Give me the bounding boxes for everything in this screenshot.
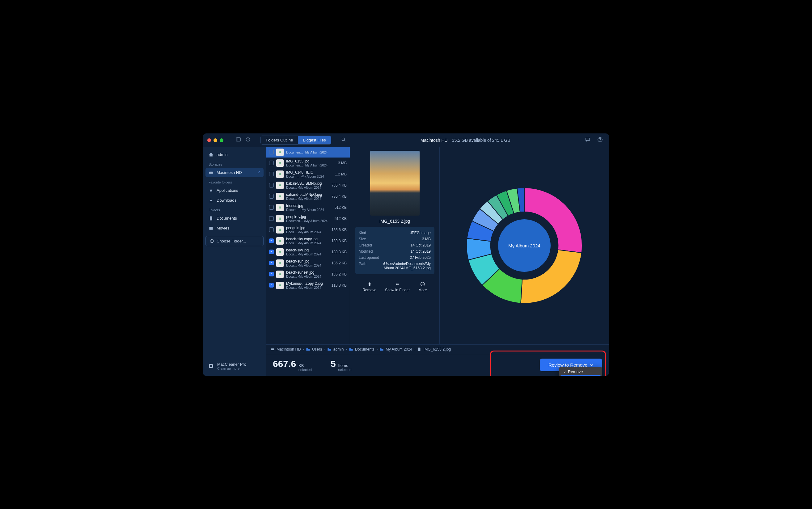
meta-opened-label: Last opened <box>359 256 379 260</box>
folder-icon <box>327 347 331 351</box>
chart-icon[interactable] <box>245 137 251 143</box>
help-icon[interactable] <box>597 137 603 144</box>
svg-rect-0 <box>236 138 241 141</box>
sidebar-downloads[interactable]: Downloads <box>205 196 264 205</box>
sidebar-home[interactable]: admin <box>205 150 264 159</box>
file-row[interactable]: ▦ people-y.jpg Documen… ›My Album 2024 5… <box>266 213 350 224</box>
search-icon[interactable] <box>341 137 346 143</box>
svg-point-6 <box>600 140 600 141</box>
file-checkbox[interactable] <box>269 205 274 210</box>
file-thumb-icon: ▦ <box>276 181 284 189</box>
folder-icon <box>306 347 310 351</box>
file-row[interactable]: ▦ sahand-b…MNpQ.jpg Docu… ›My Album 2024… <box>266 191 350 202</box>
file-thumb-icon: ▦ <box>276 237 284 245</box>
sidebar-storage-macintosh[interactable]: Macintosh HD ✓ <box>205 168 264 177</box>
maccleaner-name: MacCleaner Pro <box>217 362 246 367</box>
file-checkbox[interactable] <box>269 227 274 232</box>
remove-action[interactable]: Remove <box>362 282 376 292</box>
file-size: 1.2 MB <box>335 172 347 176</box>
file-thumb-icon: ▦ <box>276 226 284 234</box>
file-row[interactable]: ▦ IMG_6153.jpg Documen… ›My Album 2024 3… <box>266 158 350 169</box>
file-checkbox[interactable] <box>269 194 274 199</box>
file-checkbox[interactable] <box>269 249 274 254</box>
show-in-finder-action[interactable]: Show in Finder <box>385 282 410 292</box>
file-row[interactable]: ▦ beach-sunset.jpg Docu… ›My Album 2024 … <box>266 269 350 280</box>
svg-line-4 <box>344 140 345 141</box>
breadcrumb-segment[interactable]: Documents <box>355 347 375 351</box>
file-row[interactable]: ▦ beach-sky copy.jpg Docu… ›My Album 202… <box>266 235 350 246</box>
svg-point-12 <box>422 284 423 284</box>
chart-panel: My Album 2024 <box>440 147 609 344</box>
file-row[interactable]: ▦ beach-sun.jpg Docu… ›My Album 2024 135… <box>266 258 350 269</box>
meta-opened-value: 27 Feb 2025 <box>410 256 431 260</box>
file-path: Docu… ›My Album 2024 <box>286 286 328 290</box>
disk-name: Macintosh HD <box>421 138 448 143</box>
close-window[interactable] <box>207 138 211 142</box>
sidebar-applications[interactable]: Applications <box>205 186 264 195</box>
donut-slice[interactable] <box>524 188 582 253</box>
check-icon: ✓ <box>563 369 567 374</box>
donut-slice[interactable] <box>521 250 582 304</box>
file-checkbox[interactable] <box>269 238 274 243</box>
sidebar-documents[interactable]: Documents <box>205 214 264 223</box>
file-checkbox[interactable] <box>269 261 274 265</box>
file-checkbox[interactable] <box>269 272 274 276</box>
sidebar-apps-label: Applications <box>217 188 238 193</box>
file-thumb-icon: ▦ <box>276 215 284 223</box>
menu-remove[interactable]: ✓Remove <box>560 368 601 375</box>
sel-size-unit: KB <box>298 363 312 368</box>
remove-label: Remove <box>362 288 376 292</box>
file-row[interactable]: ▦ beach-sky.jpg Docu… ›My Album 2024 139… <box>266 246 350 258</box>
minimize-window[interactable] <box>214 138 217 142</box>
tab-biggest-files[interactable]: Biggest Files <box>298 136 331 144</box>
footer: 667.6 KBselected 5 Itemsselected Review … <box>266 354 609 376</box>
feedback-icon[interactable] <box>585 137 590 144</box>
breadcrumb-segment[interactable]: Macintosh HD <box>277 347 301 351</box>
breadcrumb-segment[interactable]: admin <box>333 347 344 351</box>
file-size: 786.4 KB <box>331 183 347 188</box>
sidebar-movies[interactable]: Movies <box>205 224 264 233</box>
sidebar-home-label: admin <box>217 152 227 157</box>
sidebar-folders-hdr: Folders <box>205 206 264 213</box>
file-name: beach-sky.jpg <box>286 248 328 252</box>
file-row[interactable]: ▦ babali-5S…SMNp.jpg Docu… ›My Album 202… <box>266 180 350 191</box>
breadcrumb-segment[interactable]: My Album 2024 <box>386 347 412 351</box>
file-size: 135.2 KB <box>331 272 347 276</box>
file-checkbox[interactable] <box>269 216 274 221</box>
meta-created-label: Created <box>359 243 372 247</box>
svg-rect-8 <box>209 227 213 230</box>
breadcrumb-sep: › <box>346 347 347 351</box>
file-row[interactable]: ▦ penguin.jpg Docu… ›My Album 2024 155.6… <box>266 224 350 235</box>
breadcrumb-segment[interactable]: IMG_6153 2.jpg <box>423 347 451 351</box>
choose-folder-button[interactable]: Choose Folder... <box>205 236 264 246</box>
file-row[interactable]: ▦ friends.jpg Docum… ›My Album 2024 512 … <box>266 202 350 213</box>
file-list[interactable]: ▦ Documen… ›My Album 2024 ▦ IMG_6153.jpg… <box>266 147 350 344</box>
tab-folders-outline[interactable]: Folders Outline <box>261 136 298 144</box>
file-checkbox[interactable] <box>269 283 274 287</box>
donut-chart[interactable]: My Album 2024 <box>464 185 585 306</box>
sidebar-toggle-icon[interactable] <box>236 137 241 143</box>
file-row[interactable]: ▦ Documen… ›My Album 2024 <box>266 147 350 158</box>
breadcrumb-segment[interactable]: Users <box>312 347 322 351</box>
maccleaner-pro-link[interactable]: MacCleaner Pro Clean up more <box>205 360 264 373</box>
maccleaner-sub: Clean up more <box>217 367 246 370</box>
file-name: Mykonos-…copy 2.jpg <box>286 281 328 286</box>
file-row[interactable]: ▦ Mykonos-…copy 2.jpg Docu… ›My Album 20… <box>266 280 350 291</box>
file-thumb-icon: ▦ <box>276 282 284 289</box>
preview-panel: IMG_6153 2.jpg KindJPEG image Size3 MB C… <box>350 147 440 344</box>
more-action[interactable]: More <box>418 282 427 292</box>
file-checkbox[interactable] <box>269 150 274 155</box>
selected-count: 5 Itemsselected <box>331 359 352 372</box>
file-path: Documen… ›My Album 2024 <box>286 163 334 167</box>
file-row[interactable]: ▦ IMG_6148.HEIC Docum… ›My Album 2024 1.… <box>266 169 350 180</box>
zoom-window[interactable] <box>220 138 223 142</box>
app-window: Folders Outline Biggest Files Macintosh … <box>203 133 609 376</box>
menu-move-to-folder[interactable]: Move to Folder... <box>560 375 601 376</box>
file-size: 786.4 KB <box>331 194 347 199</box>
file-checkbox[interactable] <box>269 161 274 165</box>
file-checkbox[interactable] <box>269 183 274 188</box>
folder-icon <box>349 347 353 351</box>
sel-count-sub: selected <box>338 368 352 372</box>
file-name: IMG_6148.HEIC <box>286 170 331 174</box>
file-checkbox[interactable] <box>269 172 274 176</box>
